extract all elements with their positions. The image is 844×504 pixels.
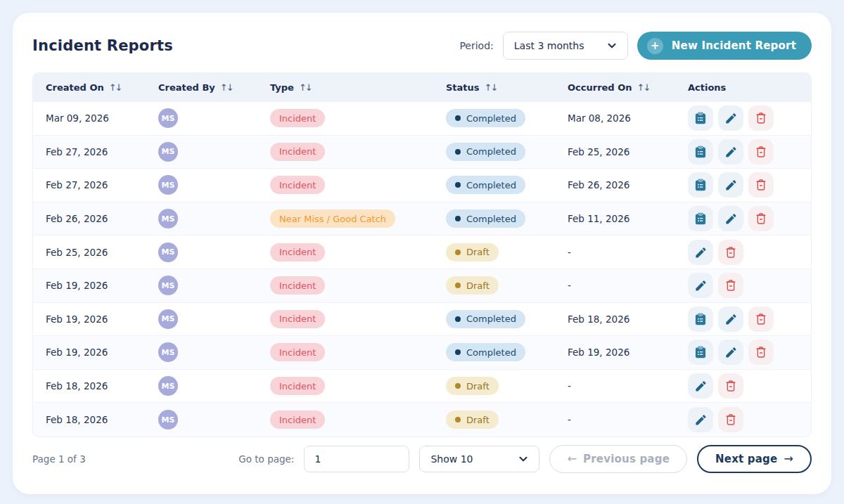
created-on-cell: Feb 25, 2026: [46, 247, 158, 258]
status-badge: Completed: [446, 176, 525, 194]
table-row: Feb 19, 2026 MS Incident Completed Feb 1…: [33, 303, 811, 337]
status-label: Completed: [466, 180, 516, 190]
created-by-cell: MS: [158, 175, 270, 195]
view-report-button[interactable]: [688, 172, 713, 198]
column-header-status[interactable]: Status↑↓: [446, 82, 568, 93]
period-select-value: Last 3 months: [514, 40, 584, 51]
status-cell: Completed: [446, 143, 568, 161]
sort-icon[interactable]: ↑↓: [637, 82, 650, 93]
new-incident-report-button[interactable]: + New Incident Report: [637, 32, 812, 60]
table-row: Feb 27, 2026 MS Incident Completed Feb 2…: [33, 169, 811, 202]
status-cell: Draft: [446, 377, 568, 395]
sort-icon[interactable]: ↑↓: [109, 82, 122, 93]
actions-cell: [688, 306, 811, 332]
view-report-button[interactable]: [688, 306, 713, 332]
incident-reports-table: Created On↑↓Created By↑↓Type↑↓Status↑↓Oc…: [32, 72, 812, 437]
created-by-cell: MS: [158, 276, 270, 295]
trash-icon: [754, 178, 768, 192]
status-cell: Completed: [446, 343, 568, 361]
trash-icon: [724, 245, 738, 259]
column-label: Created By: [158, 82, 215, 93]
delete-button[interactable]: [748, 105, 774, 131]
edit-button[interactable]: [688, 273, 713, 298]
delete-button[interactable]: [748, 340, 774, 365]
delete-button[interactable]: [718, 407, 743, 432]
type-badge: Incident: [270, 276, 325, 295]
table-row: Feb 25, 2026 MS Incident Draft -: [33, 235, 811, 269]
occurred-on-cell: Feb 18, 2026: [568, 314, 688, 325]
created-on-cell: Feb 27, 2026: [46, 179, 158, 190]
view-report-button[interactable]: [688, 340, 713, 365]
go-to-page-input[interactable]: [304, 446, 409, 472]
type-cell: Incident: [270, 276, 446, 295]
show-per-page-select[interactable]: Show 10: [419, 446, 539, 472]
view-report-button[interactable]: [688, 206, 713, 231]
delete-button[interactable]: [718, 273, 743, 298]
status-cell: Draft: [446, 243, 568, 261]
actions-cell: [688, 373, 811, 399]
chevron-down-icon: [518, 453, 529, 465]
column-header-created-by[interactable]: Created By↑↓: [158, 82, 270, 93]
actions-cell: [688, 139, 811, 164]
column-header-occurred-on[interactable]: Occurred On↑↓: [568, 82, 688, 93]
edit-button[interactable]: [718, 105, 743, 131]
status-cell: Draft: [446, 276, 568, 295]
period-select[interactable]: Last 3 months: [503, 32, 628, 60]
delete-button[interactable]: [748, 139, 774, 164]
table-header-row: Created On↑↓Created By↑↓Type↑↓Status↑↓Oc…: [33, 73, 811, 102]
occurred-on-cell: -: [568, 414, 688, 425]
table-row: Feb 19, 2026 MS Incident Draft -: [33, 269, 811, 303]
type-cell: Incident: [270, 143, 446, 161]
sort-icon[interactable]: ↑↓: [220, 82, 233, 93]
previous-page-button[interactable]: ← Previous page: [549, 445, 687, 473]
delete-button[interactable]: [718, 373, 743, 399]
column-header-type[interactable]: Type↑↓: [270, 82, 446, 93]
view-report-button[interactable]: [688, 139, 713, 164]
edit-button[interactable]: [718, 139, 743, 164]
actions-cell: [688, 240, 811, 265]
edit-button[interactable]: [688, 240, 713, 265]
column-label: Occurred On: [568, 82, 632, 93]
created-on-cell: Mar 09, 2026: [46, 112, 158, 124]
edit-button[interactable]: [718, 340, 743, 365]
type-badge: Incident: [270, 109, 325, 127]
created-on-cell: Feb 18, 2026: [46, 380, 158, 392]
pencil-icon: [693, 413, 708, 427]
status-label: Completed: [466, 314, 516, 324]
occurred-on-cell: -: [568, 380, 688, 392]
created-by-cell: MS: [158, 342, 270, 362]
created-by-cell: MS: [158, 410, 270, 429]
status-cell: Draft: [446, 411, 568, 429]
delete-button[interactable]: [748, 172, 774, 198]
status-badge: Completed: [446, 109, 525, 127]
delete-button[interactable]: [748, 206, 774, 231]
trash-icon: [754, 212, 768, 226]
avatar: MS: [158, 209, 178, 228]
status-badge: Completed: [446, 343, 525, 361]
type-badge: Incident: [270, 411, 325, 429]
pencil-icon: [693, 245, 708, 259]
edit-button[interactable]: [688, 407, 713, 432]
pager-controls: Go to page: Show 10 ← Previous page Next…: [238, 445, 812, 473]
next-page-button[interactable]: Next page →: [697, 445, 812, 473]
delete-button[interactable]: [718, 240, 743, 265]
occurred-on-cell: -: [568, 247, 688, 258]
trash-icon: [754, 345, 768, 359]
edit-button[interactable]: [688, 373, 713, 399]
edit-button[interactable]: [718, 206, 743, 231]
type-badge: Incident: [270, 310, 325, 328]
edit-button[interactable]: [718, 306, 743, 332]
sort-icon[interactable]: ↑↓: [299, 82, 312, 93]
status-dot-icon: [455, 182, 461, 188]
edit-button[interactable]: [718, 172, 743, 198]
period-label: Period:: [459, 40, 493, 51]
sort-icon[interactable]: ↑↓: [485, 82, 497, 93]
occurred-on-cell: Feb 11, 2026: [568, 213, 688, 224]
delete-button[interactable]: [748, 306, 774, 332]
status-dot-icon: [455, 316, 461, 322]
avatar: MS: [158, 142, 178, 162]
status-dot-icon: [455, 216, 461, 221]
incident-reports-card: Incident Reports Period: Last 3 months +…: [13, 13, 831, 494]
column-header-created-on[interactable]: Created On↑↓: [46, 82, 158, 93]
view-report-button[interactable]: [688, 105, 713, 131]
